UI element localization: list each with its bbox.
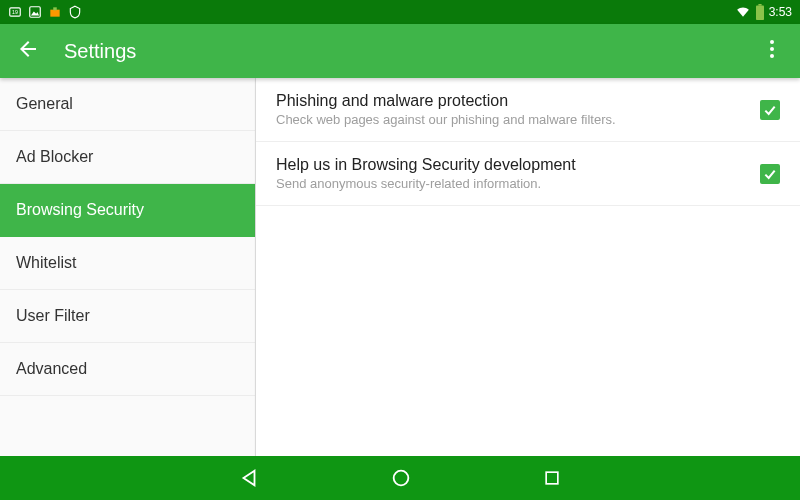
notification-icon: 19	[8, 5, 22, 19]
svg-point-10	[770, 54, 774, 58]
content: General Ad Blocker Browsing Security Whi…	[0, 78, 800, 456]
main-panel: Phishing and malware protection Check we…	[256, 78, 800, 456]
setting-text: Help us in Browsing Security development…	[276, 156, 744, 191]
navigation-bar	[0, 456, 800, 500]
svg-rect-4	[50, 10, 59, 17]
svg-rect-2	[30, 7, 41, 18]
more-vert-icon[interactable]	[760, 37, 784, 65]
sidebar-item-browsing-security[interactable]: Browsing Security	[0, 184, 255, 237]
sidebar-item-ad-blocker[interactable]: Ad Blocker	[0, 131, 255, 184]
svg-rect-6	[756, 6, 764, 20]
app-icon	[48, 5, 62, 19]
svg-marker-3	[31, 11, 39, 15]
shield-icon	[68, 5, 82, 19]
nav-home-icon[interactable]	[390, 467, 412, 489]
setting-help-development[interactable]: Help us in Browsing Security development…	[256, 142, 800, 206]
sidebar-item-label: User Filter	[16, 307, 90, 325]
sidebar: General Ad Blocker Browsing Security Whi…	[0, 78, 256, 456]
svg-point-11	[394, 471, 409, 486]
svg-rect-12	[546, 472, 558, 484]
svg-point-9	[770, 47, 774, 51]
sidebar-item-general[interactable]: General	[0, 78, 255, 131]
svg-rect-5	[53, 7, 57, 10]
setting-subtitle: Check web pages against our phishing and…	[276, 112, 744, 127]
battery-icon	[755, 4, 765, 20]
setting-text: Phishing and malware protection Check we…	[276, 92, 744, 127]
sidebar-item-whitelist[interactable]: Whitelist	[0, 237, 255, 290]
status-left: 19	[8, 5, 82, 19]
setting-phishing-protection[interactable]: Phishing and malware protection Check we…	[256, 78, 800, 142]
svg-point-8	[770, 40, 774, 44]
sidebar-item-label: Ad Blocker	[16, 148, 93, 166]
sidebar-item-user-filter[interactable]: User Filter	[0, 290, 255, 343]
nav-recent-icon[interactable]	[542, 468, 562, 488]
sidebar-item-label: Whitelist	[16, 254, 76, 272]
status-right: 3:53	[735, 4, 792, 20]
setting-title: Help us in Browsing Security development	[276, 156, 744, 174]
setting-subtitle: Send anonymous security-related informat…	[276, 176, 744, 191]
svg-rect-7	[758, 4, 761, 6]
nav-back-icon[interactable]	[238, 467, 260, 489]
back-arrow-icon[interactable]	[16, 37, 40, 65]
app-bar: Settings	[0, 24, 800, 78]
sidebar-item-label: Browsing Security	[16, 201, 144, 219]
page-title: Settings	[64, 40, 136, 63]
image-icon	[28, 5, 42, 19]
sidebar-item-advanced[interactable]: Advanced	[0, 343, 255, 396]
svg-text:19: 19	[12, 9, 18, 15]
setting-title: Phishing and malware protection	[276, 92, 744, 110]
sidebar-item-label: Advanced	[16, 360, 87, 378]
wifi-icon	[735, 5, 751, 19]
status-bar: 19 3:53	[0, 0, 800, 24]
checkbox-phishing[interactable]	[760, 100, 780, 120]
checkbox-help[interactable]	[760, 164, 780, 184]
status-time: 3:53	[769, 5, 792, 19]
sidebar-item-label: General	[16, 95, 73, 113]
